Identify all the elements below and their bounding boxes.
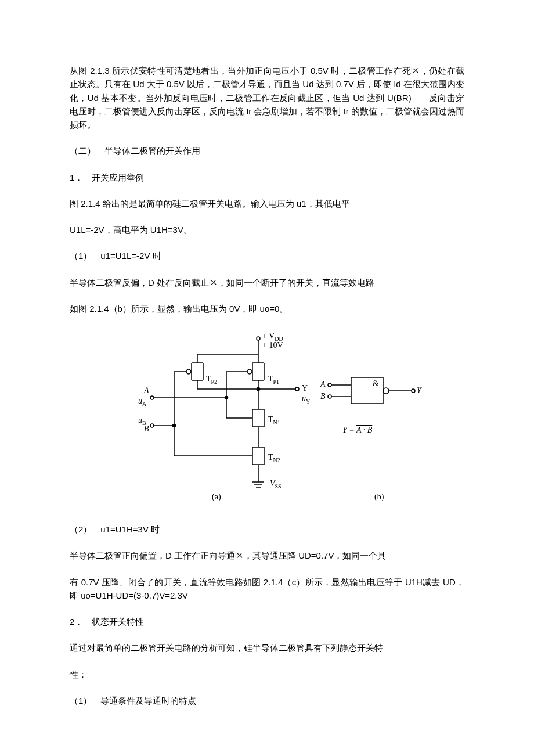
svg-text:(b): (b) — [374, 492, 384, 502]
svg-text:Y: Y — [302, 384, 308, 393]
svg-text:TP2: TP2 — [206, 375, 217, 385]
paragraph-8: 如图 2.1.4（b）所示，显然，输出电压为 0V，即 uo=0。 — [70, 302, 464, 315]
svg-point-0 — [257, 337, 260, 340]
svg-text:uB: uB — [138, 416, 146, 426]
svg-point-19 — [247, 369, 252, 374]
svg-text:VSS: VSS — [270, 479, 282, 489]
svg-text:A: A — [143, 386, 149, 395]
paragraph-intro: 从图 2.1.3 所示伏安特性可清楚地看出，当外加正向电压小于 0.5V 时，二… — [70, 64, 464, 131]
svg-text:Y: Y — [417, 386, 423, 395]
heading-item-2: 2． 状态开关特性 — [70, 615, 464, 628]
circuit-diagram: + VDD + 10V TP2 TP1 Y uY A u — [110, 328, 424, 508]
svg-text:TP1: TP1 — [268, 375, 279, 385]
paragraph-6: （1） u1=U1L=-2V 时 — [70, 249, 464, 262]
svg-text:uA: uA — [138, 397, 147, 407]
svg-text:B: B — [320, 392, 326, 401]
svg-point-73 — [383, 388, 389, 394]
paragraph-13: 通过对最简单的二极管开关电路的分析可知，硅半导体二极管具有下列静态开关特 — [70, 641, 464, 654]
svg-text:TN1: TN1 — [268, 415, 280, 426]
paragraph-14: 性： — [70, 668, 464, 681]
svg-point-32 — [150, 396, 154, 399]
paragraph-5: U1L=-2V，高电平为 U1H=3V。 — [70, 223, 464, 236]
svg-text:(a): (a) — [212, 492, 221, 502]
paragraph-10: 半导体二极管正向偏置，D 工作在正向导通区，其导通压降 UD=0.7V，如同一个… — [70, 549, 464, 562]
svg-text:&: & — [373, 379, 379, 388]
heading-item-1: 1． 开关应用举例 — [70, 171, 464, 184]
svg-text:uY: uY — [302, 394, 310, 405]
svg-point-10 — [186, 369, 191, 374]
paragraph-11: 有 0.7V 压降、闭合了的开关，直流等效电路如图 2.1.4（c）所示，显然输… — [70, 575, 464, 603]
figure-2-1-4: + VDD + 10V TP2 TP1 Y uY A u — [70, 328, 464, 508]
paragraph-7: 半导体二极管反偏，D 处在反向截止区，如同一个断开了的开关，直流等效电路 — [70, 276, 464, 289]
svg-text:TN2: TN2 — [268, 453, 280, 463]
svg-text:A: A — [320, 380, 326, 388]
paragraph-9: （2） u1=U1H=3V 时 — [70, 523, 464, 536]
svg-point-40 — [150, 424, 154, 427]
paragraph-4: 图 2.1.4 给出的是最简单的硅二极管开关电路。输入电压为 u1，其低电平 — [70, 197, 464, 210]
svg-text:Y = A · B: Y = A · B — [342, 426, 373, 434]
paragraph-15: （1） 导通条件及导通时的特点 — [70, 694, 464, 707]
heading-section-2: （二） 半导体二极管的开关作用 — [70, 144, 464, 157]
svg-text:+ 10V: + 10V — [262, 341, 283, 350]
